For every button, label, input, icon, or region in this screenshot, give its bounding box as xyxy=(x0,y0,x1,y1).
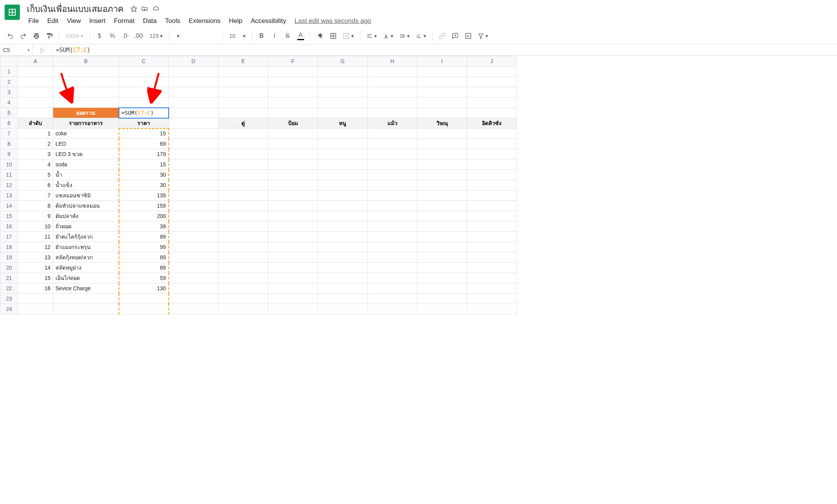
select-all-corner[interactable] xyxy=(0,56,18,67)
row-header-1[interactable]: 1 xyxy=(0,67,18,77)
row-header-9[interactable]: 9 xyxy=(0,149,18,159)
cell-G16[interactable] xyxy=(318,221,368,232)
insert-link-button[interactable] xyxy=(436,30,448,42)
cell-J9[interactable] xyxy=(467,149,517,159)
cell-I14[interactable] xyxy=(417,201,467,211)
cell-G11[interactable] xyxy=(318,170,368,180)
cell-D8[interactable] xyxy=(169,139,218,149)
cell-A10[interactable]: 4 xyxy=(18,159,53,170)
cell-D19[interactable] xyxy=(169,252,218,263)
cell-E5[interactable] xyxy=(218,108,268,118)
cell-B8[interactable]: LEO xyxy=(53,139,119,149)
cell-F7[interactable] xyxy=(268,128,318,139)
insert-chart-button[interactable] xyxy=(462,30,474,42)
cell-H4[interactable] xyxy=(368,98,417,108)
cell-F10[interactable] xyxy=(268,159,318,170)
cell-D1[interactable] xyxy=(169,67,218,77)
cell-B18[interactable]: ยำแมงกระพรุน xyxy=(53,242,119,252)
cell-C10[interactable]: 15 xyxy=(119,159,169,170)
row-header-16[interactable]: 16 xyxy=(0,221,18,232)
cell-B5[interactable]: ยอดรวม xyxy=(53,108,119,118)
cell-C12[interactable]: 30 xyxy=(119,180,169,190)
text-wrap-dropdown[interactable]: ▾ xyxy=(397,30,412,42)
cell-E12[interactable] xyxy=(218,180,268,190)
cell-D18[interactable] xyxy=(169,242,218,252)
cell-C15[interactable]: 200 xyxy=(119,211,169,221)
cell-C9[interactable]: 179 xyxy=(119,149,169,159)
cell-J23[interactable] xyxy=(467,294,517,304)
cell-J21[interactable] xyxy=(467,273,517,283)
cell-A3[interactable] xyxy=(18,87,53,98)
cell-B4[interactable] xyxy=(53,98,119,108)
cell-A23[interactable] xyxy=(18,294,53,304)
cell-I23[interactable] xyxy=(417,294,467,304)
row-header-2[interactable]: 2 xyxy=(0,77,18,87)
cell-F18[interactable] xyxy=(268,242,318,252)
cell-A16[interactable]: 10 xyxy=(18,221,53,232)
cell-G7[interactable] xyxy=(318,128,368,139)
cell-D6[interactable] xyxy=(169,118,218,128)
cell-B13[interactable]: แซลมอนซาซิมิ xyxy=(53,190,119,201)
cell-E14[interactable] xyxy=(218,201,268,211)
cell-I12[interactable] xyxy=(417,180,467,190)
cell-G8[interactable] xyxy=(318,139,368,149)
insert-comment-button[interactable] xyxy=(449,30,461,42)
cell-A11[interactable]: 5 xyxy=(18,170,53,180)
cell-I6[interactable]: วิษณุ xyxy=(417,118,467,128)
cell-E11[interactable] xyxy=(218,170,268,180)
cell-F15[interactable] xyxy=(268,211,318,221)
cell-F14[interactable] xyxy=(268,201,318,211)
cell-F3[interactable] xyxy=(268,87,318,98)
row-header-7[interactable]: 7 xyxy=(0,128,18,139)
cell-J15[interactable] xyxy=(467,211,517,221)
cell-J13[interactable] xyxy=(467,190,517,201)
cell-I21[interactable] xyxy=(417,273,467,283)
more-formats-dropdown[interactable]: 123 ▾ xyxy=(147,30,165,42)
cell-A24[interactable] xyxy=(18,304,53,314)
cell-C4[interactable] xyxy=(119,98,169,108)
column-header-B[interactable]: B xyxy=(53,56,119,67)
formula-bar[interactable]: =SUM(C7:C) xyxy=(52,47,837,54)
cell-E10[interactable] xyxy=(218,159,268,170)
sheets-logo[interactable] xyxy=(5,5,20,20)
cell-C8[interactable]: 69 xyxy=(119,139,169,149)
column-header-I[interactable]: I xyxy=(417,56,467,67)
cell-J20[interactable] xyxy=(467,263,517,273)
cell-F5[interactable] xyxy=(268,108,318,118)
row-header-11[interactable]: 11 xyxy=(0,170,18,180)
cell-F22[interactable] xyxy=(268,283,318,294)
horizontal-align-dropdown[interactable]: ▾ xyxy=(364,30,379,42)
zoom-dropdown[interactable]: 100% ▾ xyxy=(63,30,86,42)
menu-file[interactable]: File xyxy=(24,16,42,26)
cell-H3[interactable] xyxy=(368,87,417,98)
cell-H23[interactable] xyxy=(368,294,417,304)
bold-button[interactable]: B xyxy=(256,30,267,42)
cell-J2[interactable] xyxy=(467,77,517,87)
cell-H13[interactable] xyxy=(368,190,417,201)
cell-A19[interactable]: 13 xyxy=(18,252,53,263)
cell-A12[interactable]: 6 xyxy=(18,180,53,190)
cell-A18[interactable]: 12 xyxy=(18,242,53,252)
cell-A15[interactable]: 9 xyxy=(18,211,53,221)
cell-J18[interactable] xyxy=(467,242,517,252)
column-header-E[interactable]: E xyxy=(218,56,268,67)
cell-F24[interactable] xyxy=(268,304,318,314)
cell-F1[interactable] xyxy=(268,67,318,77)
cell-D20[interactable] xyxy=(169,263,218,273)
cell-C13[interactable]: 139 xyxy=(119,190,169,201)
cell-E21[interactable] xyxy=(218,273,268,283)
cell-A8[interactable]: 2 xyxy=(18,139,53,149)
cell-D22[interactable] xyxy=(169,283,218,294)
cell-B20[interactable]: สลัดหมูย่าง xyxy=(53,263,119,273)
cell-B19[interactable]: สลัดกุ้งทอด/ลวก xyxy=(53,252,119,263)
cell-E18[interactable] xyxy=(218,242,268,252)
cell-C19[interactable]: 89 xyxy=(119,252,169,263)
cell-A21[interactable]: 15 xyxy=(18,273,53,283)
cell-G5[interactable] xyxy=(318,108,368,118)
cell-A5[interactable] xyxy=(18,108,53,118)
cell-I5[interactable] xyxy=(417,108,467,118)
cell-J12[interactable] xyxy=(467,180,517,190)
cell-D13[interactable] xyxy=(169,190,218,201)
row-header-15[interactable]: 15 xyxy=(0,211,18,221)
cell-G14[interactable] xyxy=(318,201,368,211)
